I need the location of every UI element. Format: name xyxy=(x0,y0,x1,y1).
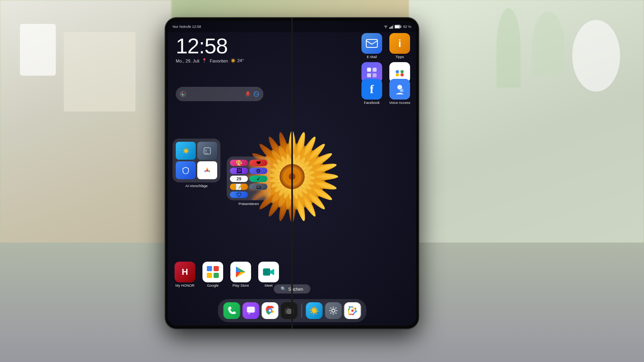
app-my-honor[interactable]: H My HONOR xyxy=(173,262,197,288)
google-label: Google xyxy=(207,284,218,288)
dock-settings[interactable] xyxy=(325,302,342,319)
folder-presentations[interactable]: 🎨 ❤ 🖼 ⚙ 29 ✓ 📝 🗂 🛡 Präsentieren xyxy=(227,157,271,206)
dock-chrome[interactable] xyxy=(261,302,278,319)
google-icon-img xyxy=(202,262,223,282)
app-facebook[interactable]: f Facebook xyxy=(359,79,384,105)
svg-point-57 xyxy=(401,70,404,73)
svg-point-83 xyxy=(332,309,335,312)
svg-rect-72 xyxy=(207,273,212,278)
battery-icon xyxy=(395,25,402,29)
signal-icon xyxy=(389,25,393,29)
svg-rect-42 xyxy=(393,25,393,29)
search-icon-small: 🔍 xyxy=(281,286,286,292)
folder-calc-mini: ±×÷ xyxy=(197,142,217,160)
svg-point-81 xyxy=(288,310,290,313)
svg-point-58 xyxy=(396,73,399,76)
app-tipps[interactable]: i Tipps xyxy=(387,33,412,59)
pres-icon6: ✓ xyxy=(249,176,267,182)
svg-rect-41 xyxy=(392,26,393,29)
dock-phone[interactable] xyxy=(223,302,240,319)
clock-date: Mo., 29. Juli 📍 Favoriten ☀️ 24° xyxy=(176,58,244,63)
folder-pres-label: Präsentieren xyxy=(238,202,259,206)
svg-rect-75 xyxy=(247,307,255,313)
svg-rect-50 xyxy=(366,39,377,47)
status-left-text: Nur Notrufe 12:58 xyxy=(173,25,201,29)
voice-icon-img: + xyxy=(389,79,410,100)
svg-point-59 xyxy=(401,73,404,76)
search-pill-label: Suchen xyxy=(288,287,303,292)
app-meet[interactable]: Meet xyxy=(256,262,281,288)
svg-point-66 xyxy=(206,169,208,172)
dock-camera[interactable] xyxy=(281,302,297,319)
meet-icon-img xyxy=(258,262,279,282)
svg-rect-71 xyxy=(214,266,219,271)
svg-rect-51 xyxy=(367,68,371,72)
folder-ai-box: ☀️ ±×÷ xyxy=(173,139,220,182)
svg-rect-40 xyxy=(391,27,391,29)
location-text: Favoriten xyxy=(210,59,228,63)
honor-icon-img: H xyxy=(175,262,195,282)
folder-ai-suggestions[interactable]: ☀️ ±×÷ AI-Vorschläge xyxy=(173,139,220,188)
app-play-store[interactable]: Play Store xyxy=(228,262,253,288)
play-store-icon-img xyxy=(230,262,251,282)
svg-point-67 xyxy=(206,168,208,169)
pres-icon9: 🛡 xyxy=(230,192,248,198)
pres-icon3: 🖼 xyxy=(230,168,248,174)
app-google[interactable]: Google xyxy=(200,262,225,288)
app-voice-access[interactable]: + Voice Access xyxy=(387,79,412,105)
tipps-icon-img: i xyxy=(389,33,410,54)
apps-mid-right: f Facebook + Voice Access xyxy=(359,79,412,105)
folder-shield-mini xyxy=(176,161,196,179)
play-store-label: Play Store xyxy=(232,284,249,288)
folder-ai-label: AI-Vorschläge xyxy=(185,184,208,188)
wifi-icon xyxy=(383,25,388,29)
app-email[interactable]: E-Mail xyxy=(359,33,384,59)
dock-photos[interactable] xyxy=(344,302,361,319)
facebook-label: Facebook xyxy=(364,101,380,105)
svg-rect-47 xyxy=(247,91,249,95)
svg-rect-82 xyxy=(287,307,289,309)
pres-icon1: 🎨 xyxy=(230,160,248,166)
apps-bottom-section: H My HONOR Google xyxy=(173,262,281,288)
svg-rect-45 xyxy=(395,25,400,28)
weather-text: ☀️ 24° xyxy=(230,58,244,63)
svg-rect-39 xyxy=(389,27,390,29)
svg-rect-52 xyxy=(373,68,377,72)
clock-time: 12:58 xyxy=(176,35,244,57)
svg-rect-53 xyxy=(367,73,371,77)
lens-icon[interactable] xyxy=(253,91,259,97)
clock-area: 12:58 Mo., 29. Juli 📍 Favoriten ☀️ 24° xyxy=(176,35,244,63)
email-icon-img xyxy=(361,33,382,54)
svg-rect-44 xyxy=(401,26,402,27)
svg-text:×÷: ×÷ xyxy=(205,152,208,154)
folder-photos-mini xyxy=(197,161,217,179)
pres-icon8: 🗂 xyxy=(249,184,267,190)
dock-weather[interactable]: ☀️ xyxy=(306,302,322,319)
battery-text: 92 % xyxy=(403,25,411,29)
pres-icon5: 29 xyxy=(230,176,248,182)
email-label: E-Mail xyxy=(367,55,377,59)
google-logo-icon xyxy=(180,91,186,97)
honor-label: My HONOR xyxy=(175,284,194,288)
date-text: Mo., 29. Juli xyxy=(176,59,199,63)
search-bar[interactable] xyxy=(176,87,263,101)
svg-point-84 xyxy=(351,309,353,312)
dock-divider xyxy=(301,303,302,318)
location-pin-icon: 📍 xyxy=(202,58,207,63)
svg-rect-70 xyxy=(207,266,212,271)
pres-icon4: ⚙ xyxy=(249,168,267,174)
svg-point-68 xyxy=(208,170,210,172)
pres-icon7: 📝 xyxy=(230,184,248,190)
svg-point-56 xyxy=(396,70,399,73)
tipps-label: Tipps xyxy=(395,55,404,59)
status-right: 92 % xyxy=(383,25,411,29)
dock-messages[interactable] xyxy=(242,302,259,319)
pres-icon2: ❤ xyxy=(249,160,267,166)
svg-rect-73 xyxy=(214,273,219,278)
meet-label: Meet xyxy=(265,284,273,288)
folder-weather-mini: ☀️ xyxy=(176,142,196,160)
mic-icon[interactable] xyxy=(245,91,251,97)
phone-device: Nur Notrufe 12:58 xyxy=(165,18,418,329)
voice-access-label: Voice Access xyxy=(389,101,410,105)
folder-pres-box: 🎨 ❤ 🖼 ⚙ 29 ✓ 📝 🗂 🛡 xyxy=(227,157,271,200)
